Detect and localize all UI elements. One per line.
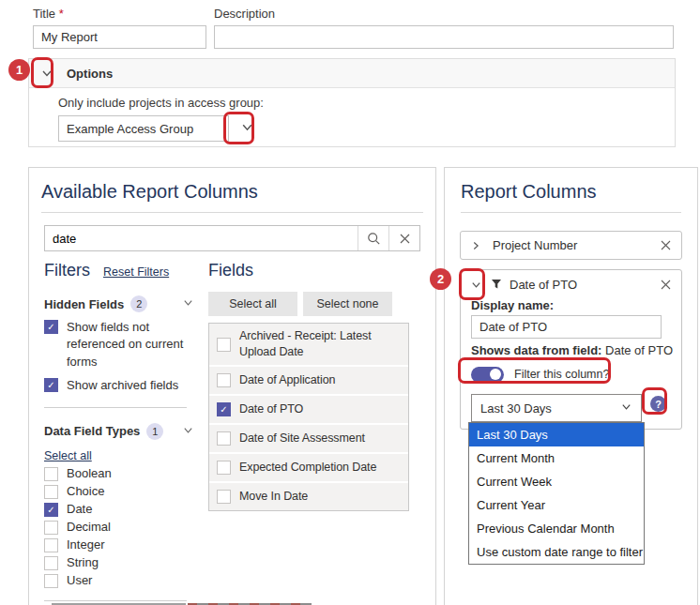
checkbox-icon[interactable] <box>44 485 58 499</box>
display-name-input[interactable] <box>471 315 662 339</box>
reset-filters-link[interactable]: Reset Filters <box>103 265 169 279</box>
chevron-down-icon[interactable] <box>182 423 194 440</box>
type-checkbox-boolean[interactable]: Boolean <box>44 466 194 481</box>
search-button[interactable] <box>358 226 388 250</box>
field-row[interactable]: Expected Completion Date <box>209 452 408 481</box>
chevron-right-icon[interactable] <box>470 240 481 251</box>
report-column-project-number[interactable]: Project Number <box>460 231 682 260</box>
search-input[interactable] <box>45 226 358 250</box>
checkbox-label: User <box>67 573 92 587</box>
field-search <box>44 225 420 251</box>
data-field-types-label: Data Field Types <box>44 424 140 438</box>
dropdown-option[interactable]: Use custom date range to filter <box>469 540 644 564</box>
checkbox-label: Show fields not referenced on current fo… <box>67 319 187 371</box>
field-label: Expected Completion Date <box>239 460 376 476</box>
date-range-select[interactable]: Last 30 Days <box>471 394 642 422</box>
filters-title: Filters <box>44 261 90 280</box>
column-name: Project Number <box>493 238 577 252</box>
annotation-step-1-badge: 1 <box>8 59 30 81</box>
dropdown-option[interactable]: Current Month <box>469 446 644 470</box>
checkbox-checked-icon[interactable]: ✓ <box>44 378 58 392</box>
field-label: Date of PTO <box>239 401 303 417</box>
field-row[interactable]: Date of Site Assessment <box>209 423 408 452</box>
type-checkbox-string[interactable]: String <box>44 555 194 570</box>
hidden-fields-group-header[interactable]: Hidden Fields 2 <box>44 295 194 312</box>
checkbox-icon[interactable] <box>217 338 231 352</box>
type-checkbox-choice[interactable]: Choice <box>44 484 194 499</box>
title-label: Title * <box>33 7 206 21</box>
select-all-types-link[interactable]: Select all <box>44 449 92 462</box>
available-report-columns-panel: Available Report Columns Filters Reset F… <box>28 167 436 605</box>
filter-column-toggle[interactable] <box>471 367 504 383</box>
date-range-dropdown: Last 30 Days Current Month Current Week … <box>468 422 645 565</box>
column-card-header[interactable]: Date of PTO <box>461 270 681 298</box>
filter-column-toggle-label: Filter this column? <box>514 368 609 381</box>
field-row[interactable]: Archived - Receipt: Latest Upload Date <box>209 324 408 365</box>
report-column-date-of-pto: Date of PTO Display name: Shows data fro… <box>460 269 682 430</box>
type-checkbox-date[interactable]: ✓Date <box>44 502 194 517</box>
chevron-down-icon[interactable] <box>470 279 482 291</box>
close-icon <box>399 233 411 245</box>
checkbox-icon[interactable] <box>44 521 58 535</box>
select-all-button[interactable]: Select all <box>208 292 297 316</box>
toggle-knob <box>490 369 501 380</box>
checkbox-label: Boolean <box>67 466 112 480</box>
fields-title: Fields <box>208 261 410 280</box>
options-header[interactable]: Options <box>29 59 675 88</box>
filter-checkbox-item[interactable]: ✓ Show fields not referenced on current … <box>44 319 194 371</box>
checkbox-checked-icon[interactable]: ✓ <box>44 320 58 334</box>
dropdown-option[interactable]: Current Week <box>469 470 644 493</box>
access-group-select[interactable]: Example Access Group <box>58 115 229 142</box>
remove-column-button[interactable] <box>660 279 672 291</box>
hidden-fields-label: Hidden Fields <box>44 297 124 311</box>
checkbox-label: Choice <box>67 484 104 498</box>
filter-checkbox-item[interactable]: ✓ Show archived fields <box>44 377 194 394</box>
checkbox-checked-icon[interactable]: ✓ <box>217 402 231 416</box>
title-input[interactable] <box>33 25 206 49</box>
remove-column-button[interactable] <box>660 239 672 251</box>
checkbox-icon[interactable] <box>217 373 231 387</box>
data-field-types-count-badge: 1 <box>146 423 163 440</box>
report-columns-panel: Report Columns Project Number Date of PT… <box>444 167 698 605</box>
description-field: Description <box>214 7 674 49</box>
field-label: Date of Site Assessment <box>239 431 365 446</box>
options-section: Options Only include projects in access … <box>28 58 676 147</box>
checkbox-label: Decimal <box>67 520 111 534</box>
column-name: Date of PTO <box>510 278 577 292</box>
dropdown-option[interactable]: Current Year <box>469 493 644 517</box>
checkbox-icon[interactable] <box>44 574 58 588</box>
help-icon[interactable]: ? <box>650 396 666 412</box>
checkbox-icon[interactable] <box>44 556 58 570</box>
date-range-value: Last 30 Days <box>480 401 552 416</box>
clear-search-button[interactable] <box>388 226 419 250</box>
data-field-types-group-header[interactable]: Data Field Types 1 <box>44 423 194 440</box>
source-field-value: Date of PTO <box>605 343 673 357</box>
checkbox-icon[interactable] <box>44 467 58 481</box>
checkbox-label: Integer <box>67 537 104 552</box>
chevron-down-icon <box>620 401 632 416</box>
field-row[interactable]: Move In Date <box>209 481 408 510</box>
type-checkbox-integer[interactable]: Integer <box>44 537 194 552</box>
source-field-label: Shows data from field: <box>471 343 601 357</box>
field-label: Date of Application <box>239 372 335 388</box>
checkbox-icon[interactable] <box>217 461 231 475</box>
access-group-label: Only include projects in access group: <box>58 96 675 110</box>
chevron-down-icon[interactable] <box>40 67 53 80</box>
checkbox-checked-icon[interactable]: ✓ <box>44 503 58 517</box>
close-icon <box>660 279 672 291</box>
dropdown-option[interactable]: Last 30 Days <box>469 423 644 446</box>
checkbox-icon[interactable] <box>217 490 231 504</box>
description-input[interactable] <box>214 25 674 49</box>
select-none-button[interactable]: Select none <box>303 292 392 316</box>
dropdown-option[interactable]: Previous Calendar Month <box>469 517 644 540</box>
hidden-fields-count-badge: 2 <box>130 295 147 312</box>
type-checkbox-decimal[interactable]: Decimal <box>44 520 194 535</box>
report-columns-title: Report Columns <box>461 181 681 203</box>
checkbox-icon[interactable] <box>44 538 58 552</box>
field-row[interactable]: ✓Date of PTO <box>209 394 408 423</box>
checkbox-icon[interactable] <box>217 431 231 446</box>
type-checkbox-user[interactable]: User <box>44 573 194 588</box>
chevron-down-icon[interactable] <box>182 295 194 312</box>
field-row[interactable]: Date of Application <box>209 365 408 394</box>
chevron-down-icon[interactable] <box>240 120 254 138</box>
